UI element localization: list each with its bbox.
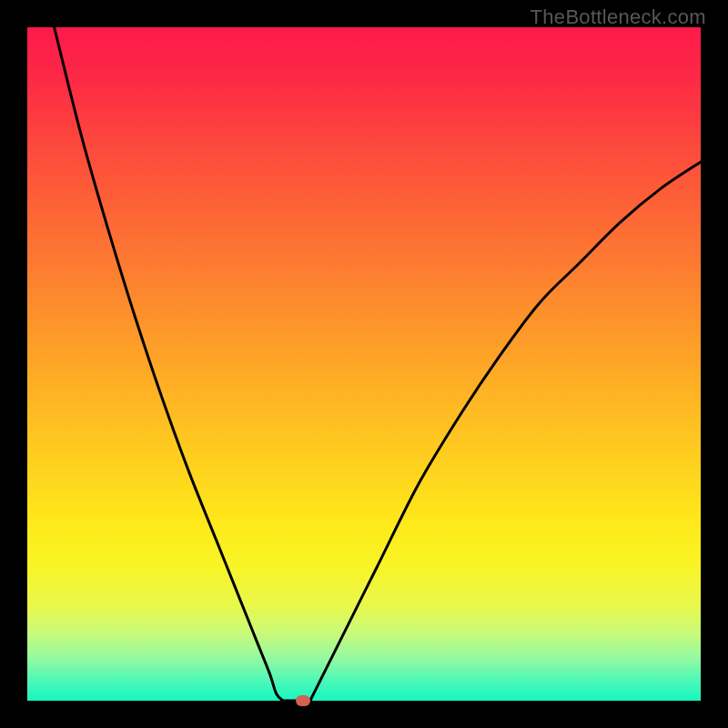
plot-area [27, 27, 701, 701]
chart-frame: TheBottleneck.com [0, 0, 728, 728]
watermark-text: TheBottleneck.com [531, 5, 706, 29]
curve-layer [27, 27, 701, 701]
bottleneck-curve [55, 27, 701, 704]
optimum-marker [296, 695, 310, 706]
